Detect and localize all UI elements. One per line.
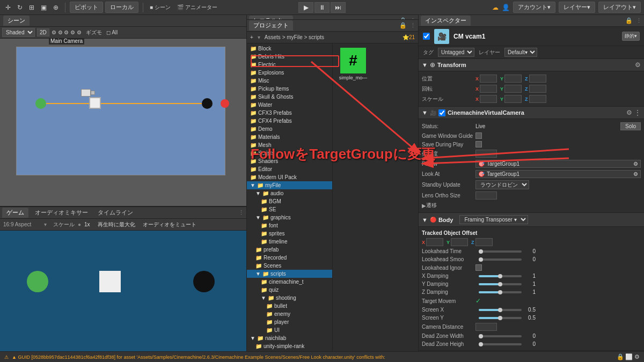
proj-editor[interactable]: 📁 Editor xyxy=(247,165,332,173)
rot-x-input[interactable]: 0 xyxy=(480,85,497,93)
body-header[interactable]: ▼ 🔴 Body Framing Transposer ▾ xyxy=(419,213,644,227)
proj-sprites[interactable]: 📁 sprites xyxy=(247,230,332,238)
screen-x-slider[interactable] xyxy=(479,309,522,311)
layout-button[interactable]: レイアウト▾ xyxy=(598,2,641,13)
project-more-icon[interactable]: ⋮ xyxy=(410,22,416,29)
cinemachine-active[interactable] xyxy=(438,109,445,116)
inspector-more-icon[interactable]: ⋮ xyxy=(636,17,642,24)
proj-scenes[interactable]: 📁 Scenes xyxy=(247,262,332,270)
hierarchy-tab[interactable]: ヒエラルキー xyxy=(249,16,293,20)
play-button[interactable]: ▶ xyxy=(298,2,313,13)
proj-myfile[interactable]: ▼ 📁 myFile xyxy=(247,181,332,189)
lookahead-ignore-checkbox[interactable] xyxy=(475,264,482,271)
proj-bgm[interactable]: 📁 BGM xyxy=(247,197,332,205)
proj-recorded[interactable]: 📁 Recorded xyxy=(247,254,332,262)
local-button[interactable]: ローカル xyxy=(105,2,138,13)
proj-debris[interactable]: 📁 Debris Hits xyxy=(247,53,332,61)
mute-btn[interactable]: オーディオをミュート xyxy=(143,221,196,228)
audio-mixer-tab[interactable]: オーディオミキサー xyxy=(32,208,91,218)
save-during-play-checkbox[interactable] xyxy=(475,141,482,147)
proj-scripts-folder[interactable]: ▼ 📁 scripts xyxy=(247,270,332,278)
static-badge[interactable]: 静的▾ xyxy=(622,32,640,41)
pivot-button[interactable]: ピボット xyxy=(70,2,103,13)
add-asset-btn[interactable]: + xyxy=(250,34,253,40)
scale-tool-icon[interactable]: ⊞ xyxy=(27,3,36,12)
proj-quiz[interactable]: 📁 quiz xyxy=(247,286,332,294)
proj-enemy[interactable]: 📁 enemy xyxy=(247,310,332,318)
proj-cinemachine[interactable]: 📁 cinemachine_t xyxy=(247,278,332,286)
maximize-btn[interactable]: 再生時に最大化 xyxy=(98,221,135,228)
step-button[interactable]: ⏭ xyxy=(331,2,346,13)
proj-modern-ui[interactable]: 📁 Modern UI Pack xyxy=(247,173,332,181)
proj-naichilab[interactable]: ▼ 📁 naichilab xyxy=(247,334,332,342)
proj-demo[interactable]: 📁 Demo xyxy=(247,125,332,133)
proj-water[interactable]: 📁 Water xyxy=(247,101,332,109)
proj-timeline[interactable]: 📁 timeline xyxy=(247,238,332,246)
game-window-checkbox[interactable] xyxy=(475,132,482,139)
pos-x-input[interactable]: 1 xyxy=(480,75,497,83)
layer-select[interactable]: Default▾ xyxy=(504,48,537,57)
look-at-target[interactable]: 🎯 TargetGroup1 ⚙ xyxy=(475,170,641,178)
rot-y-input[interactable]: 0 xyxy=(504,85,522,93)
proj-cfx4[interactable]: 📁 CFX4 Prefabs xyxy=(247,117,332,125)
scale-x-input[interactable]: 1 xyxy=(480,95,497,103)
proj-audio[interactable]: ▼ 📁 audio xyxy=(247,189,332,197)
z-damping-slider[interactable] xyxy=(479,291,522,293)
aspect-label[interactable]: 16:9 Aspect xyxy=(3,221,41,227)
proj-ui[interactable]: 📁 UI xyxy=(247,326,332,334)
dead-zone-height-slider[interactable] xyxy=(479,343,522,345)
proj-bullet[interactable]: 📁 bullet xyxy=(247,302,332,310)
offset-y-input[interactable]: 0 xyxy=(451,238,468,246)
cinemachine-more-icon[interactable]: ⋮ xyxy=(634,109,641,116)
scene-tab[interactable]: シーン xyxy=(3,16,30,26)
inspector-lock-icon[interactable]: 🔒 xyxy=(625,17,633,24)
proj-misc[interactable]: 📁 Misc xyxy=(247,77,332,85)
rot-z-input[interactable]: 0 xyxy=(529,85,546,93)
lookahead-time-slider[interactable] xyxy=(479,250,522,253)
offset-z-input[interactable]: 0 xyxy=(475,238,493,246)
gizmo-label[interactable]: ギズモ xyxy=(86,29,102,36)
cinemachine-header[interactable]: ▼ 🎥 CinemachineVirtualCamera ⚙ ⋮ xyxy=(419,107,644,119)
look-at-settings[interactable]: ⚙ xyxy=(633,171,638,177)
proj-unity-simple[interactable]: 📁 unity-simple-rank xyxy=(247,342,332,350)
game-tab[interactable]: ゲーム xyxy=(2,208,28,218)
lookahead-smooth-slider[interactable] xyxy=(479,258,522,261)
transition-arrow[interactable]: ▶ xyxy=(422,203,426,209)
transform-tool-icon[interactable]: ⊕ xyxy=(51,3,61,12)
asset-simple-mo[interactable]: # simple_mo— xyxy=(337,48,369,80)
proj-se[interactable]: 📁 SE xyxy=(247,205,332,213)
proj-scripts[interactable]: 📁 Scripts xyxy=(247,149,332,157)
proj-mesh[interactable]: 📁 Mesh xyxy=(247,141,332,149)
lens-ortho-input[interactable]: 5 xyxy=(475,191,497,200)
dead-zone-width-slider[interactable] xyxy=(479,335,522,337)
transform-settings-icon[interactable]: ⚙ xyxy=(635,61,641,69)
standby-update-select[interactable]: ラウンドロビン xyxy=(475,180,529,189)
proj-shooting[interactable]: ▼ 📁 shooting xyxy=(247,294,332,302)
shade-mode-select[interactable]: Shaded xyxy=(2,28,35,37)
cinemachine-settings-icon[interactable]: ⚙ xyxy=(626,109,632,116)
mode-2d-btn[interactable]: 2D xyxy=(37,28,49,36)
rotate-tool-icon[interactable]: ↻ xyxy=(15,3,25,12)
proj-electric[interactable]: 📁 Electric xyxy=(247,61,332,69)
proj-block[interactable]: 📁 Block xyxy=(247,45,332,53)
proj-player[interactable]: 📁 player xyxy=(247,318,332,326)
object-name[interactable]: CM vcam1 xyxy=(453,33,485,40)
proj-shaders[interactable]: 📁 Shaders xyxy=(247,157,332,165)
target-movement-check[interactable]: ✓ xyxy=(475,297,481,305)
proj-prefab[interactable]: 📁 prefab xyxy=(247,246,332,254)
scale-z-input[interactable]: 1 xyxy=(529,95,546,103)
account-button[interactable]: アカウント▾ xyxy=(513,2,555,13)
follow-target-settings[interactable]: ⚙ xyxy=(633,161,638,167)
y-damping-slider[interactable] xyxy=(479,283,522,285)
proj-skull[interactable]: 📁 Skull & Ghosts xyxy=(247,93,332,101)
project-tab[interactable]: プロジェクト xyxy=(249,20,293,31)
proj-font[interactable]: 📁 font xyxy=(247,221,332,230)
offset-x-input[interactable]: 0 xyxy=(426,238,443,246)
scale-y-input[interactable]: 1 xyxy=(504,95,522,103)
active-checkbox[interactable] xyxy=(423,33,430,40)
timeline-tab[interactable]: タイムライン xyxy=(94,208,136,218)
proj-pickup[interactable]: 📁 Pickup Items xyxy=(247,85,332,93)
tag-select[interactable]: Untagged xyxy=(438,48,474,57)
inspector-tab[interactable]: インスペクター xyxy=(421,16,471,26)
follow-target[interactable]: 🎯 TargetGroup1 ⚙ xyxy=(475,160,641,168)
